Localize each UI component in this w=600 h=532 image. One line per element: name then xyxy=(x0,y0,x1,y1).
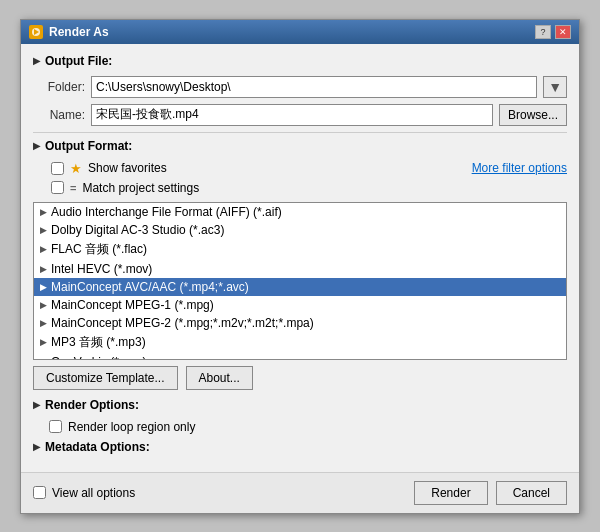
format-item-label: MainConcept AVC/AAC (*.mp4;*.avc) xyxy=(51,280,249,294)
name-label: Name: xyxy=(33,108,85,122)
show-favorites-label: Show favorites xyxy=(88,161,167,175)
show-favorites-row: ★ Show favorites xyxy=(41,161,472,176)
output-file-section-header[interactable]: ▶ Output File: xyxy=(33,54,567,68)
about-button[interactable]: About... xyxy=(186,366,253,390)
format-item-arrow: ▶ xyxy=(40,282,47,292)
show-favorites-checkbox[interactable] xyxy=(51,162,64,175)
render-options-section: ▶ Render Options: Render loop region onl… xyxy=(33,398,567,434)
metadata-options-arrow: ▶ xyxy=(33,441,41,452)
name-input[interactable] xyxy=(91,104,493,126)
folder-input[interactable] xyxy=(91,76,537,98)
metadata-options-header[interactable]: ▶ Metadata Options: xyxy=(33,440,567,454)
divider-1 xyxy=(33,132,567,133)
format-item-label: MainConcept MPEG-1 (*.mpg) xyxy=(51,298,214,312)
footer-left: View all options xyxy=(33,486,135,500)
format-list[interactable]: ▶Audio Interchange File Format (AIFF) (*… xyxy=(33,202,567,360)
format-list-item[interactable]: ▶FLAC 音频 (*.flac) xyxy=(34,239,566,260)
customize-template-button[interactable]: Customize Template... xyxy=(33,366,178,390)
cancel-button[interactable]: Cancel xyxy=(496,481,567,505)
format-item-label: MP3 音频 (*.mp3) xyxy=(51,334,146,351)
render-options-title: Render Options: xyxy=(45,398,139,412)
render-loop-row: Render loop region only xyxy=(33,420,567,434)
format-list-item[interactable]: ▶Intel HEVC (*.mov) xyxy=(34,260,566,278)
view-all-label: View all options xyxy=(52,486,135,500)
dialog-footer: View all options Render Cancel xyxy=(21,472,579,513)
equals-icon: = xyxy=(70,182,76,194)
match-project-row: = Match project settings xyxy=(41,181,472,195)
metadata-options-title: Metadata Options: xyxy=(45,440,150,454)
format-item-arrow: ▶ xyxy=(40,225,47,235)
format-item-label: OggVorbis (*.ogg) xyxy=(51,355,146,360)
render-icon xyxy=(29,25,43,39)
dialog-title: Render As xyxy=(49,25,109,39)
render-loop-label: Render loop region only xyxy=(68,420,195,434)
format-item-arrow: ▶ xyxy=(40,264,47,274)
match-project-checkbox[interactable] xyxy=(51,181,64,194)
format-item-label: Dolby Digital AC-3 Studio (*.ac3) xyxy=(51,223,224,237)
format-item-arrow: ▶ xyxy=(40,357,47,360)
output-format-title: Output Format: xyxy=(45,139,132,153)
format-item-label: FLAC 音频 (*.flac) xyxy=(51,241,147,258)
dialog-body: ▶ Output File: Folder: ▼ Name: Browse...… xyxy=(21,44,579,472)
output-format-section-header[interactable]: ▶ Output Format: xyxy=(33,139,567,153)
footer-right: Render Cancel xyxy=(414,481,567,505)
more-filter-link[interactable]: More filter options xyxy=(472,161,567,175)
format-item-arrow: ▶ xyxy=(40,300,47,310)
browse-button[interactable]: Browse... xyxy=(499,104,567,126)
title-bar-controls: ? ✕ xyxy=(535,25,571,39)
format-item-label: Audio Interchange File Format (AIFF) (*.… xyxy=(51,205,282,219)
folder-label: Folder: xyxy=(33,80,85,94)
folder-dropdown[interactable]: ▼ xyxy=(543,76,567,98)
render-as-dialog: Render As ? ✕ ▶ Output File: Folder: ▼ N… xyxy=(20,19,580,514)
title-bar-left: Render As xyxy=(29,25,109,39)
format-list-item[interactable]: ▶Dolby Digital AC-3 Studio (*.ac3) xyxy=(34,221,566,239)
render-options-header[interactable]: ▶ Render Options: xyxy=(33,398,567,412)
match-project-label: Match project settings xyxy=(82,181,199,195)
format-list-item[interactable]: ▶MainConcept MPEG-2 (*.mpg;*.m2v;*.m2t;*… xyxy=(34,314,566,332)
render-loop-checkbox[interactable] xyxy=(49,420,62,433)
output-file-arrow: ▶ xyxy=(33,55,41,66)
format-list-item[interactable]: ▶OggVorbis (*.ogg) xyxy=(34,353,566,360)
format-item-arrow: ▶ xyxy=(40,318,47,328)
render-button[interactable]: Render xyxy=(414,481,487,505)
format-list-item[interactable]: ▶MainConcept AVC/AAC (*.mp4;*.avc) xyxy=(34,278,566,296)
format-list-item[interactable]: ▶Audio Interchange File Format (AIFF) (*… xyxy=(34,203,566,221)
close-button[interactable]: ✕ xyxy=(555,25,571,39)
view-all-checkbox[interactable] xyxy=(33,486,46,499)
name-row: Name: Browse... xyxy=(33,104,567,126)
format-item-arrow: ▶ xyxy=(40,207,47,217)
metadata-options-section: ▶ Metadata Options: xyxy=(33,440,567,454)
output-format-arrow: ▶ xyxy=(33,140,41,151)
format-item-arrow: ▶ xyxy=(40,337,47,347)
title-bar: Render As ? ✕ xyxy=(21,20,579,44)
render-options-arrow: ▶ xyxy=(33,399,41,410)
format-item-label: MainConcept MPEG-2 (*.mpg;*.m2v;*.m2t;*.… xyxy=(51,316,314,330)
format-item-label: Intel HEVC (*.mov) xyxy=(51,262,152,276)
format-item-arrow: ▶ xyxy=(40,244,47,254)
template-about-buttons: Customize Template... About... xyxy=(33,366,567,390)
help-button[interactable]: ? xyxy=(535,25,551,39)
format-list-item[interactable]: ▶MainConcept MPEG-1 (*.mpg) xyxy=(34,296,566,314)
format-list-item[interactable]: ▶MP3 音频 (*.mp3) xyxy=(34,332,566,353)
folder-row: Folder: ▼ xyxy=(33,76,567,98)
output-file-title: Output File: xyxy=(45,54,112,68)
star-icon: ★ xyxy=(70,161,82,176)
